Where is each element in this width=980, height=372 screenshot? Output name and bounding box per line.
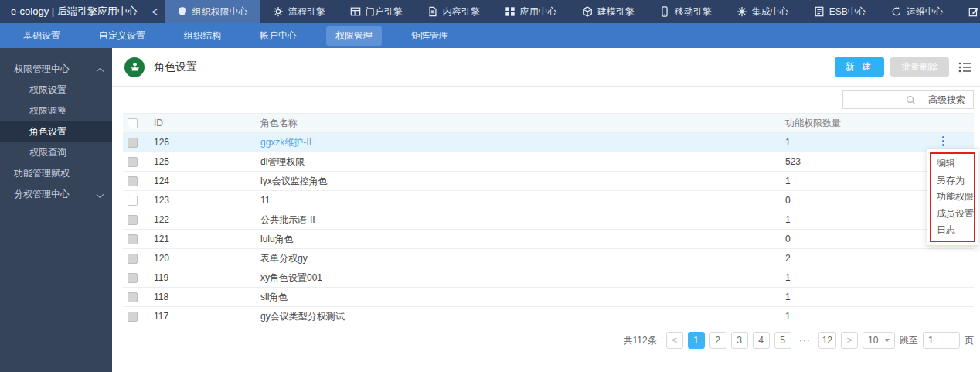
cell-id: 122 [154, 214, 260, 225]
list-view-icon[interactable] [958, 61, 972, 73]
table-row: 125dl管理权限523 [123, 152, 974, 172]
batch-delete-button[interactable]: 批量删除 [890, 57, 949, 77]
cell-permission-count: 2 [785, 253, 974, 264]
context-menu-item-5[interactable]: 日志 [937, 222, 968, 239]
topnav-item-label: 门户引擎 [366, 5, 403, 19]
table-row: 121lulu角色0 [123, 230, 974, 249]
topbar: e-cology | 后端引擎应用中心 组织权限中心流程引擎门户引擎内容引擎应用… [0, 0, 980, 23]
sidebar-item-label: 权限查询 [29, 146, 66, 159]
row-checkbox-cell [123, 273, 154, 283]
app-root: e-cology | 后端引擎应用中心 组织权限中心流程引擎门户引擎内容引擎应用… [0, 0, 980, 372]
cell-id: 121 [154, 234, 260, 244]
page-button-2[interactable]: 2 [709, 332, 726, 349]
cell-role-name: gy会议类型分权测试 [260, 310, 785, 323]
row-checkbox-cell [123, 176, 154, 186]
subnav-tab-4[interactable]: 帐户中心 [250, 26, 306, 46]
cell-role-name: lyx会议监控角色 [260, 175, 785, 188]
row-checkbox[interactable] [128, 176, 138, 186]
page-title: 角色设置 [154, 60, 197, 74]
page-button-1[interactable]: 1 [688, 332, 705, 349]
row-checkbox[interactable] [128, 312, 138, 322]
subnav-tab-1[interactable]: 基础设置 [14, 26, 70, 46]
sidebar-item-2[interactable]: 权限设置 [0, 80, 112, 101]
context-menu-annotation-box: 编辑另存为功能权限成员设置日志 [930, 152, 975, 242]
page-ellipsis: ··· [796, 332, 814, 349]
context-menu-item-1[interactable]: 编辑 [937, 155, 968, 172]
portal-icon [350, 6, 361, 17]
search-row: 高级搜索 [112, 87, 980, 110]
cell-role-name: xy角色设置001 [260, 271, 785, 285]
title-actions: 新 建 批量删除 [835, 57, 972, 77]
jump-page-input[interactable] [923, 332, 960, 349]
topnav-item-label: 组织权限中心 [192, 5, 248, 19]
search-icon[interactable] [906, 94, 916, 104]
app-brand: e-cology | 后端引擎应用中心 [0, 0, 145, 23]
row-checkbox-cell [123, 138, 154, 148]
sidebar-item-1[interactable]: 权限管理中心 [0, 59, 112, 80]
row-checkbox[interactable] [128, 254, 138, 264]
row-checkbox[interactable] [128, 157, 138, 167]
row-actions-menu-icon[interactable] [938, 136, 948, 146]
row-context-menu: 编辑另存为功能权限成员设置日志 [927, 148, 978, 246]
topnav-item-5[interactable]: 应用中心 [492, 0, 570, 23]
row-checkbox[interactable] [128, 234, 138, 244]
topnav-item-2[interactable]: 流程引擎 [260, 0, 338, 23]
topnav-item-9[interactable]: ESB中心 [801, 0, 879, 23]
subnav-tab-2[interactable]: 自定义设置 [90, 26, 155, 46]
advanced-search-button[interactable]: 高级搜索 [920, 90, 974, 109]
topnav-item-10[interactable]: 运维中心 [879, 0, 956, 23]
sidebar-item-3[interactable]: 权限调整 [0, 101, 112, 121]
topnav-item-3[interactable]: 门户引擎 [338, 0, 415, 23]
subnav-tab-5[interactable]: 权限管理 [326, 26, 382, 46]
topnav-item-6[interactable]: 建模引擎 [570, 0, 647, 23]
context-menu-item-4[interactable]: 成员设置 [937, 206, 968, 223]
page-size-select[interactable]: 10 [863, 332, 895, 349]
topnav-item-11[interactable]: 日志中心 [956, 0, 980, 23]
chevron-down-icon [97, 191, 104, 199]
table-row: 123110 [123, 191, 974, 210]
topnav-item-label: 应用中心 [520, 5, 557, 19]
next-page-button[interactable]: > [841, 332, 858, 349]
chevron-left-icon[interactable] [145, 0, 165, 23]
page-button-12[interactable]: 12 [818, 332, 836, 349]
esb-icon [814, 6, 825, 17]
role-name-link[interactable]: ggxzk维护-II [260, 137, 311, 148]
row-checkbox[interactable] [128, 196, 138, 206]
row-checkbox[interactable] [128, 215, 138, 225]
sidebar-item-4[interactable]: 角色设置 [0, 121, 112, 142]
page-button-3[interactable]: 3 [731, 332, 748, 349]
cell-role-name: 11 [260, 195, 785, 206]
flow-icon [273, 6, 284, 17]
subnav-tab-3[interactable]: 组织结构 [175, 26, 230, 46]
topnav-item-8[interactable]: 集成中心 [724, 0, 801, 23]
subnav-tab-6[interactable]: 矩阵管理 [402, 26, 458, 46]
sidebar-item-6[interactable]: 功能管理赋权 [0, 163, 112, 184]
topnav-item-1[interactable]: 组织权限中心 [165, 0, 260, 23]
topnav-item-label: 运维中心 [907, 5, 944, 19]
context-menu-item-2[interactable]: 另存为 [937, 172, 968, 189]
sidebar-item-7[interactable]: 分权管理中心 [0, 184, 112, 205]
body: 权限管理中心权限设置权限调整角色设置权限查询功能管理赋权分权管理中心 角色设置 … [0, 48, 980, 372]
page-button-4[interactable]: 4 [753, 332, 770, 349]
column-header: ID [154, 118, 260, 128]
topnav-item-7[interactable]: 移动引擎 [647, 0, 724, 23]
select-all-checkbox[interactable] [128, 118, 138, 128]
row-checkbox-cell [123, 196, 154, 206]
create-button[interactable]: 新 建 [835, 57, 884, 77]
mobile-icon [659, 6, 670, 17]
cell-id: 124 [154, 176, 260, 186]
row-checkbox-cell [123, 312, 154, 322]
topnav-item-4[interactable]: 内容引擎 [415, 0, 492, 23]
sub-nav: 基础设置自定义设置组织结构帐户中心权限管理矩阵管理 [0, 23, 980, 48]
page-button-5[interactable]: 5 [774, 332, 791, 349]
row-checkbox[interactable] [128, 273, 138, 283]
row-checkbox[interactable] [128, 138, 138, 148]
row-checkbox[interactable] [128, 292, 138, 302]
sidebar-item-5[interactable]: 权限查询 [0, 142, 112, 163]
prev-page-button[interactable]: < [666, 332, 683, 349]
context-menu-item-3[interactable]: 功能权限 [937, 189, 968, 206]
cell-role-name: ggxzk维护-II [260, 136, 785, 149]
table-row: 119xy角色设置0011 [123, 268, 974, 288]
column-header: 角色名称 [260, 117, 785, 130]
log-icon [968, 6, 979, 17]
